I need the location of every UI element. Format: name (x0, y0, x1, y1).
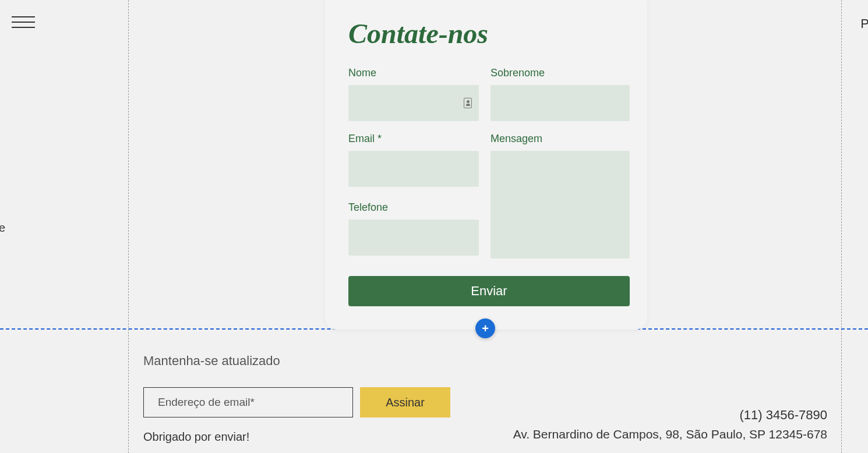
contact-form-grid: Nome Sobrenome Email * Mensagem Telefone… (348, 67, 624, 306)
contact-info-block: (11) 3456-7890 Av. Bernardino de Campos,… (513, 408, 827, 441)
nome-group: Nome (348, 67, 479, 121)
editor-guide-right (841, 0, 842, 453)
nome-input[interactable] (348, 85, 479, 121)
mensagem-group: Mensagem (491, 133, 630, 259)
telefone-label: Telefone (348, 201, 479, 214)
sobrenome-label: Sobrenome (491, 67, 630, 79)
add-section-button[interactable]: + (475, 318, 495, 338)
contact-card-icon[interactable] (464, 98, 472, 108)
contact-address: Av. Bernardino de Campos, 98, São Paulo,… (513, 427, 827, 441)
mensagem-textarea[interactable] (491, 151, 630, 259)
email-group: Email * (348, 133, 479, 190)
nome-label: Nome (348, 67, 479, 79)
contact-title: Contate-nos (348, 17, 624, 49)
mensagem-label: Mensagem (491, 133, 630, 145)
sobrenome-input[interactable] (491, 85, 630, 121)
contact-form-card: Contate-nos Nome Sobrenome Email * Mensa… (325, 0, 647, 330)
submit-button[interactable]: Enviar (348, 276, 630, 306)
email-label: Email * (348, 133, 479, 145)
telefone-input[interactable] (348, 220, 479, 256)
offscreen-text-right: P (860, 16, 868, 31)
email-input[interactable] (348, 151, 479, 187)
offscreen-text-left: e (0, 221, 5, 235)
subscribe-email-input[interactable] (143, 387, 353, 417)
hamburger-menu-icon[interactable] (12, 16, 35, 28)
footer-title: Mantenha-se atualizado (143, 353, 827, 369)
editor-guide-left (128, 0, 129, 453)
telefone-group: Telefone (348, 201, 479, 259)
contact-phone: (11) 3456-7890 (513, 408, 827, 423)
nome-input-wrapper (348, 85, 479, 121)
subscribe-button[interactable]: Assinar (360, 387, 450, 417)
sobrenome-group: Sobrenome (491, 67, 630, 121)
